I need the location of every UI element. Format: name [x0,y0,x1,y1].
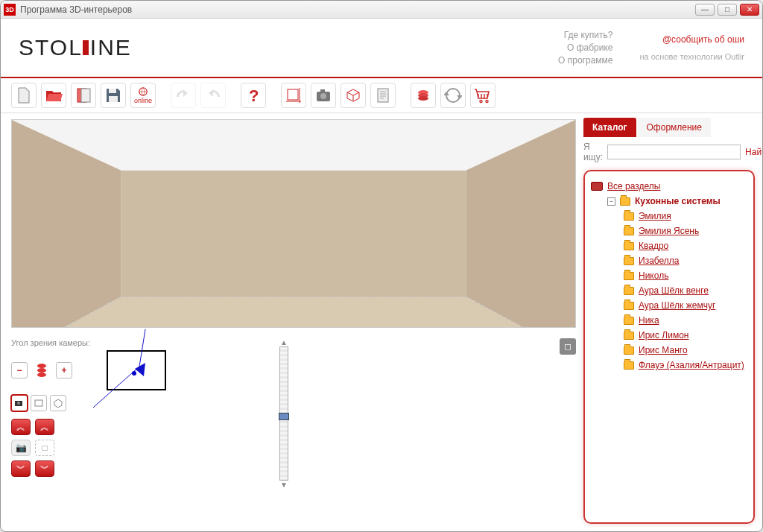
move-down-left-button[interactable]: ︾ [11,460,31,477]
catalog-item-link[interactable]: Квадро [639,241,668,251]
units-button[interactable] [71,83,96,108]
svg-point-29 [17,402,20,405]
new-button[interactable] [11,83,37,108]
dimensions-button[interactable] [281,83,306,108]
zoom-in-button[interactable]: + [56,362,72,379]
logo: STOLINE [19,35,132,60]
link-about-program[interactable]: О программе [558,54,612,67]
tree-leaf[interactable]: Флауэ (Азалия/Антрацит) [624,358,747,373]
tree-leaf[interactable]: Ирис Лимон [624,328,747,343]
tree-leaf[interactable]: Аура Шёлк венге [624,283,747,298]
undo-button[interactable] [171,83,196,108]
help-button[interactable]: ? [241,83,266,108]
svg-rect-3 [109,96,118,102]
catalog-item-link[interactable]: Изабелла [639,256,680,266]
svg-marker-27 [135,363,145,376]
catalog-panel: Все разделы − Кухонные системы ЭмилияЭми… [583,170,755,524]
app-icon: 3D [4,4,16,16]
folder-icon [624,242,634,250]
catalog-item-link[interactable]: Ника [639,315,659,326]
minimize-button[interactable]: — [695,4,715,16]
right-tabs: Каталог Оформление [583,118,755,137]
folder-icon [624,287,634,295]
collapse-icon[interactable]: − [607,197,615,206]
folder-icon [624,346,634,355]
report-button[interactable] [370,83,396,108]
view-mode-iso[interactable] [50,395,66,411]
open-button[interactable] [41,83,66,108]
folder-icon [624,302,634,310]
viewport-3d[interactable] [11,119,576,328]
snapshot-button[interactable] [311,83,336,108]
folder-icon [624,317,634,325]
category-kitchen[interactable]: Кухонные системы [635,196,721,206]
catalog-item-link[interactable]: Ирис Манго [639,345,688,355]
tree-leaf[interactable]: Ника [624,313,747,328]
titlebar: 3D Программа 3D-интерьеров — □ ✕ [1,1,762,19]
height-slider[interactable]: ▲ ▼ [278,338,290,525]
svg-line-26 [139,329,145,367]
redo-button[interactable] [200,83,226,108]
svg-point-13 [418,96,428,101]
tree-leaf[interactable]: Ирис Манго [624,343,747,358]
catalog-item-link[interactable]: Эмилия [639,211,671,221]
tree-leaf[interactable]: Квадро [624,238,747,253]
folder-icon [624,361,634,370]
cart-button[interactable] [470,83,496,108]
move-target-button[interactable]: □ [35,440,54,456]
report-error-link[interactable]: @сообщить об оши [662,34,744,45]
move-up-right-button[interactable]: ︽ [35,419,54,435]
camera-controls: Угол зрения камеры: − + [11,338,272,525]
minimap[interactable] [107,350,166,390]
move-cam-button[interactable]: 📷 [11,440,31,456]
catalog-item-link[interactable]: Флауэ (Азалия/Антрацит) [639,360,744,370]
tab-design[interactable]: Оформление [638,118,711,137]
zoom-out-button[interactable]: − [11,362,28,379]
wireframe-button[interactable] [341,83,366,108]
view-mode-camera[interactable] [11,395,28,411]
catalog-item-link[interactable]: Эмилия Ясень [639,226,699,236]
svg-point-8 [320,93,326,99]
link-about-factory[interactable]: О фабрике [558,42,612,54]
link-where-buy[interactable]: Где купить? [558,29,612,42]
tree-leaf[interactable]: Аура Шёлк жемчуг [624,298,747,313]
save-button[interactable] [101,83,126,108]
price-button[interactable] [411,83,436,108]
refresh-button[interactable] [440,83,466,108]
tree-category[interactable]: − Кухонные системы [607,194,747,209]
close-button[interactable]: ✕ [740,4,759,16]
tree-leaf[interactable]: Эмилия [624,209,747,224]
zoom-slider-icon [32,361,51,380]
folder-icon [624,227,634,235]
move-up-left-button[interactable]: ︽ [11,419,31,435]
app-window: 3D Программа 3D-интерьеров — □ ✕ STOLINE… [0,0,763,532]
move-down-right-button[interactable]: ︾ [35,460,54,477]
folder-icon [624,212,634,221]
svg-rect-10 [378,89,388,102]
catalog-item-link[interactable]: Аура Шёлк венге [639,285,709,296]
search-input[interactable] [607,145,741,159]
tree-leaf[interactable]: Николь [624,268,747,283]
all-sections-link[interactable]: Все разделы [607,181,660,191]
catalog-item-link[interactable]: Ирис Лимон [639,330,688,341]
online-button[interactable]: online [130,83,156,108]
fullscreen-button[interactable]: ◻ [560,338,576,355]
tree-root-item[interactable]: Все разделы [591,179,747,194]
find-button[interactable]: Найти [745,147,762,157]
tree-leaf[interactable]: Изабелла [624,253,747,268]
tree-leaf[interactable]: Эмилия Ясень [624,224,747,238]
header-links: Где купить? О фабрике О программе [558,29,612,66]
svg-rect-2 [109,89,116,93]
tab-catalog[interactable]: Каталог [583,118,636,137]
catalog-item-link[interactable]: Николь [639,270,668,281]
folder-icon [624,257,634,265]
catalog-item-link[interactable]: Аура Шёлк жемчуг [639,300,715,311]
book-icon [591,182,603,191]
svg-rect-1 [81,89,90,102]
search-label: Я ищу: [583,142,603,162]
svg-point-23 [37,368,46,373]
based-on-label: на основе технологии Outlir [640,52,745,61]
svg-rect-30 [35,400,42,406]
maximize-button[interactable]: □ [718,4,737,16]
view-mode-top[interactable] [31,395,47,411]
